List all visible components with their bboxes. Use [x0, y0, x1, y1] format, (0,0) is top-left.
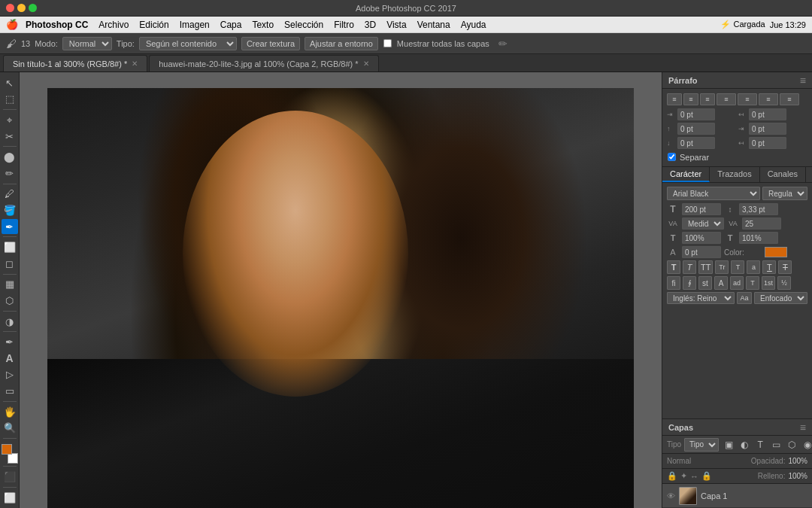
ts-all-caps[interactable]: TT — [698, 260, 713, 274]
antialiasing-select[interactable]: Enfocado — [754, 292, 807, 304]
ts-strikethrough[interactable]: T — [778, 260, 792, 274]
lock-pos-icon[interactable]: ✦ — [680, 471, 687, 481]
zoom-tool[interactable]: 🔍 — [2, 420, 18, 436]
scale-h-input[interactable] — [739, 232, 778, 244]
liga-st[interactable]: st — [698, 276, 712, 290]
layer-filter-type-icon[interactable]: T — [753, 438, 767, 452]
filter-type-select[interactable]: Tipo — [684, 438, 719, 452]
foreground-color-swatch[interactable] — [2, 444, 12, 455]
liga-A[interactable]: A — [714, 276, 728, 290]
eraser-tool[interactable]: ◻ — [2, 256, 18, 272]
paragraph-panel-menu[interactable]: ≡ — [800, 75, 806, 87]
eyedropper-tool[interactable]: ✏ — [2, 166, 18, 181]
clone-stamp-tool[interactable]: ✒ — [2, 219, 18, 235]
indent-before-input[interactable] — [677, 108, 715, 120]
menu-seleccion[interactable]: Selección — [284, 20, 323, 30]
adjust-environment-btn[interactable]: Ajustar a entorno — [304, 37, 378, 50]
font-size-input[interactable] — [682, 203, 721, 215]
tab-1[interactable]: huawei-mate-20-lite-3.jpg al 100% (Capa … — [149, 55, 378, 71]
scale-v-input[interactable] — [682, 232, 721, 244]
blur-tool[interactable]: ⬡ — [2, 293, 18, 309]
leading-input[interactable] — [739, 203, 778, 215]
create-texture-btn[interactable]: Crear textura — [241, 37, 300, 50]
tab-0-close[interactable]: ✕ — [132, 59, 138, 68]
layers-panel-menu[interactable]: ≡ — [800, 421, 806, 433]
show-all-layers-checkbox[interactable] — [383, 39, 392, 47]
menu-capa[interactable]: Capa — [220, 20, 242, 30]
menu-filtro[interactable]: Filtro — [334, 20, 354, 30]
character-color-swatch[interactable] — [765, 247, 787, 257]
menu-imagen[interactable]: Imagen — [180, 20, 210, 30]
mode-select[interactable]: Normal — [62, 37, 112, 50]
menu-3d[interactable]: 3D — [365, 20, 376, 30]
screen-mode-btn[interactable]: ⬜ — [2, 490, 18, 506]
layer-filter-smart-icon[interactable]: ⬡ — [785, 438, 798, 452]
shape-tool[interactable]: ▭ — [2, 383, 18, 399]
justify-right-btn[interactable]: ≡ — [759, 93, 778, 105]
quick-mask-btn[interactable]: ⬛ — [2, 469, 18, 485]
ts-superscript[interactable]: T — [731, 260, 744, 274]
menu-texto[interactable]: Texto — [252, 20, 274, 30]
space-before-input[interactable] — [677, 123, 715, 135]
kerning-select[interactable]: Medidas — [682, 217, 724, 230]
apple-menu[interactable]: 🍎 — [6, 19, 18, 30]
layer-item-0[interactable]: 👁 Capa 1 — [662, 484, 812, 508]
background-color-swatch[interactable] — [8, 453, 18, 464]
aa-button[interactable]: Aa — [737, 292, 752, 304]
liga-ornament[interactable]: ∮ — [683, 276, 696, 290]
quick-select-tool[interactable]: ✂ — [2, 129, 18, 144]
layer-filter-shape-icon[interactable]: ▭ — [769, 438, 783, 452]
ts-faux-bold[interactable]: T — [667, 260, 680, 274]
tab-trazados[interactable]: Trazados — [710, 167, 759, 182]
menu-edicion[interactable]: Edición — [139, 20, 168, 30]
dodge-tool[interactable]: ◑ — [2, 314, 18, 330]
liga-half[interactable]: ½ — [777, 276, 791, 290]
menu-ventana[interactable]: Ventana — [417, 20, 450, 30]
font-family-select[interactable]: Arial Black — [667, 187, 760, 200]
ts-faux-italic[interactable]: T — [683, 260, 696, 274]
type-select[interactable]: Según el contenido — [139, 37, 237, 50]
marquee-tool[interactable]: ⬚ — [2, 92, 18, 108]
lock-pixels-icon[interactable]: 🔒 — [667, 471, 677, 481]
lasso-tool[interactable]: ⌖ — [2, 112, 18, 128]
lock-art-icon[interactable]: ↔ — [690, 472, 698, 481]
close-button[interactable] — [6, 4, 14, 12]
healing-brush-tool[interactable]: 🖊 — [2, 187, 18, 202]
tab-caracter[interactable]: Carácter — [662, 167, 710, 182]
align-center-btn[interactable]: ≡ — [683, 93, 698, 105]
tracking-input[interactable] — [742, 217, 781, 230]
justify-left-btn[interactable]: ≡ — [717, 93, 736, 105]
layer-filter-toggle[interactable]: ◉ — [801, 438, 812, 452]
minimize-button[interactable] — [17, 4, 26, 12]
align-left-btn[interactable]: ≡ — [667, 93, 682, 105]
justify-all-btn[interactable]: ≡ — [780, 93, 799, 105]
space-after-input[interactable] — [677, 137, 715, 149]
font-style-select[interactable]: Regular — [762, 187, 807, 200]
maximize-button[interactable] — [29, 4, 37, 12]
ts-small-caps[interactable]: Tr — [715, 260, 729, 274]
hand-tool[interactable]: 🖐 — [2, 404, 18, 420]
liga-T[interactable]: T — [746, 276, 759, 290]
layer-filter-adj-icon[interactable]: ◐ — [738, 438, 751, 452]
indent-first-input[interactable] — [749, 123, 786, 135]
liga-1st[interactable]: 1st — [762, 276, 775, 290]
ts-underline[interactable]: T — [762, 260, 776, 274]
menu-ayuda[interactable]: Ayuda — [461, 20, 486, 30]
menu-vista[interactable]: Vista — [386, 20, 406, 30]
layer-visibility-icon[interactable]: 👁 — [667, 491, 675, 500]
move-tool[interactable]: ↖ — [2, 75, 18, 91]
tab-canales[interactable]: Canales — [760, 167, 806, 182]
separate-checkbox[interactable] — [668, 153, 675, 160]
liga-fi[interactable]: fi — [667, 276, 680, 290]
ts-subscript[interactable]: a — [747, 260, 760, 274]
justify-center-btn[interactable]: ≡ — [738, 93, 757, 105]
gradient-tool[interactable]: ▦ — [2, 277, 18, 293]
tab-1-close[interactable]: ✕ — [363, 59, 369, 68]
liga-ad[interactable]: ad — [730, 276, 744, 290]
path-select-tool[interactable]: ▷ — [2, 367, 18, 383]
lock-all-icon[interactable]: 🔒 — [701, 471, 712, 481]
align-right-btn[interactable]: ≡ — [700, 93, 715, 105]
indent-after-input[interactable] — [749, 108, 786, 120]
layer-filter-pixel-icon[interactable]: ▣ — [722, 438, 735, 452]
tab-0[interactable]: Sin título-1 al 300% (RGB/8#) * ✕ — [3, 55, 147, 71]
